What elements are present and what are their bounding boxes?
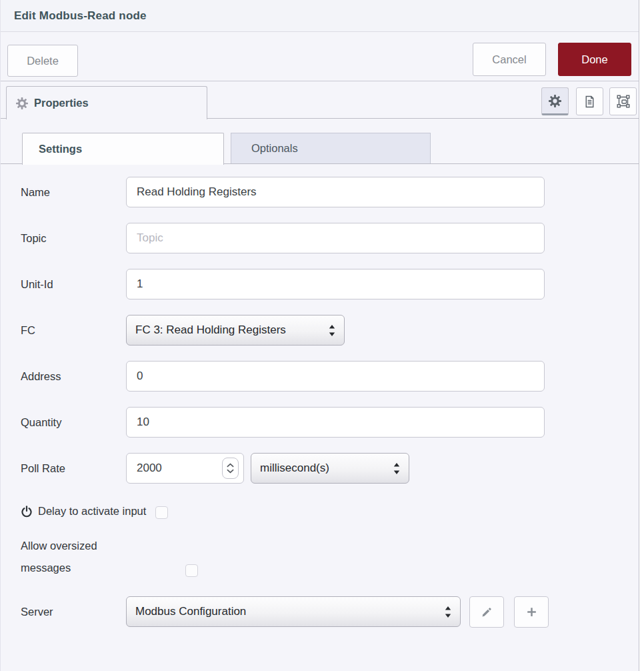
topic-row: Topic [21, 223, 639, 253]
dialog-toolbar: Delete Cancel Done [1, 32, 639, 81]
poll-rate-unit-value: millisecond(s) [260, 462, 387, 475]
delete-button[interactable]: Delete [7, 45, 78, 77]
fc-selected-value: FC 3: Read Holding Registers [135, 323, 322, 337]
tab-settings[interactable]: Settings [22, 133, 224, 165]
appearance-icon [617, 95, 630, 108]
edit-description-button[interactable] [576, 87, 603, 115]
doc-icon [583, 95, 596, 108]
edit-node-tray: Edit Modbus-Read node Delete Cancel Done [0, 0, 639, 671]
address-label: Address [21, 361, 126, 392]
add-server-button[interactable] [514, 596, 549, 628]
delay-checkbox[interactable] [155, 506, 168, 519]
edit-server-button[interactable] [469, 596, 504, 628]
delay-row: Delay to activate input [21, 504, 639, 519]
tab-optionals[interactable]: Optionals [231, 133, 431, 163]
name-row: Name [21, 177, 639, 207]
properties-tab-label: Properties [34, 97, 89, 109]
select-arrows-icon [445, 606, 451, 618]
topic-label: Topic [21, 223, 126, 253]
server-row: Server Modbus Configuration [21, 596, 639, 628]
number-stepper[interactable] [222, 458, 239, 479]
done-button[interactable]: Done [558, 43, 631, 76]
form-tabs: Settings Optionals [1, 133, 639, 164]
gear-icon [16, 97, 28, 109]
oversized-checkbox[interactable] [185, 564, 198, 577]
fc-select[interactable]: FC 3: Read Holding Registers [126, 315, 345, 346]
chevron-down-icon [227, 469, 234, 474]
poll-rate-field [126, 453, 244, 484]
pencil-icon [481, 606, 493, 618]
fc-label: FC [21, 315, 126, 346]
power-icon [21, 506, 33, 518]
delay-label: Delay to activate input [38, 505, 146, 518]
cancel-button[interactable]: Cancel [473, 43, 546, 76]
topic-input[interactable] [126, 223, 545, 253]
oversized-label: Allow oversized messages [21, 535, 127, 579]
poll-rate-unit-select[interactable]: millisecond(s) [251, 453, 409, 484]
dialog-header: Edit Modbus-Read node [1, 0, 639, 32]
poll-rate-row: Poll Rate millisecond(s) [21, 453, 639, 484]
server-selected-value: Modbus Configuration [135, 605, 438, 618]
server-label: Server [21, 596, 126, 628]
server-select[interactable]: Modbus Configuration [126, 596, 461, 627]
properties-header: Properties [1, 81, 639, 119]
poll-rate-label: Poll Rate [21, 453, 126, 484]
address-row: Address [21, 361, 639, 392]
edit-appearance-button[interactable] [609, 87, 637, 115]
unit-id-input[interactable] [126, 269, 545, 299]
quantity-input[interactable] [126, 407, 545, 438]
dialog-title: Edit Modbus-Read node [14, 9, 147, 23]
select-arrows-icon [393, 463, 400, 474]
quantity-label: Quantity [21, 407, 126, 438]
unit-id-row: Unit-Id [21, 269, 639, 299]
chevron-up-icon [227, 463, 234, 468]
plus-icon [526, 606, 537, 618]
quantity-row: Quantity [21, 407, 639, 438]
settings-form: Name Topic Unit-Id FC FC 3: Read Holding… [1, 164, 639, 628]
name-input[interactable] [126, 177, 545, 207]
select-arrows-icon [329, 325, 335, 336]
gear-icon [549, 95, 561, 107]
name-label: Name [21, 177, 126, 207]
fc-row: FC FC 3: Read Holding Registers [21, 315, 639, 346]
tab-properties[interactable]: Properties [6, 86, 207, 119]
address-input[interactable] [126, 361, 545, 392]
unit-id-label: Unit-Id [21, 269, 126, 299]
edit-properties-button[interactable] [541, 87, 569, 115]
oversized-row: Allow oversized messages [21, 535, 639, 579]
